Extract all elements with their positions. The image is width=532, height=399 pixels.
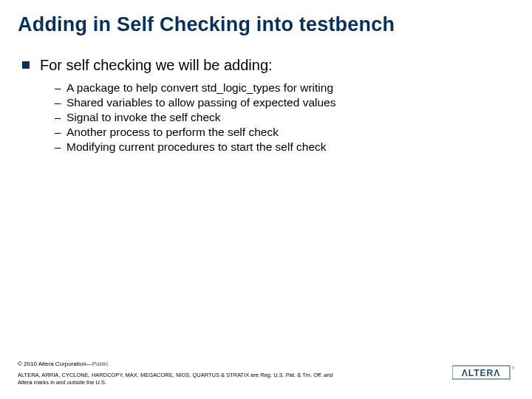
- list-item-text: Shared variables to allow passing of exp…: [66, 96, 335, 109]
- copyright-line: © 2010 Altera Corporation—Public: [18, 361, 514, 367]
- square-bullet-icon: [22, 61, 30, 69]
- bullet-level1-text: For self checking we will be adding:: [40, 57, 273, 74]
- list-item: – A package to help convert std_logic_ty…: [55, 81, 514, 95]
- list-item-text: A package to help convert std_logic_type…: [66, 81, 333, 95]
- slide-footer: © 2010 Altera Corporation—Public ALTERA,…: [18, 361, 514, 386]
- dash-icon: –: [55, 81, 66, 94]
- dash-icon: –: [55, 111, 66, 123]
- list-item: – Shared variables to allow passing of e…: [55, 96, 514, 109]
- dash-icon: –: [55, 96, 66, 109]
- bullet-level1: For self checking we will be adding:: [22, 57, 514, 74]
- copyright-text: © 2010 Altera Corporation—: [18, 361, 92, 367]
- sub-bullet-list: – A package to help convert std_logic_ty…: [55, 81, 514, 154]
- svg-text:ΛLTERΛ: ΛLTERΛ: [462, 368, 500, 378]
- trademark-line: ALTERA, ARRIA, CYCLONE, HARDCOPY, MAX, M…: [18, 372, 343, 386]
- svg-text:®: ®: [512, 366, 514, 370]
- slide-title: Adding in Self Checking into testbench: [18, 13, 514, 36]
- list-item-text: Another process to perform the self chec…: [66, 126, 279, 139]
- dash-icon: –: [55, 126, 66, 138]
- slide: Adding in Self Checking into testbench F…: [0, 0, 532, 399]
- list-item: – Modifying current procedures to start …: [55, 140, 514, 154]
- list-item-text: Signal to invoke the self check: [66, 111, 221, 124]
- copyright-public: Public: [92, 361, 109, 367]
- dash-icon: –: [55, 140, 66, 153]
- list-item-text: Modifying current procedures to start th…: [66, 140, 327, 154]
- altera-logo: ΛLTERΛ ®: [452, 364, 514, 386]
- list-item: – Another process to perform the self ch…: [55, 126, 514, 139]
- list-item: – Signal to invoke the self check: [55, 111, 514, 124]
